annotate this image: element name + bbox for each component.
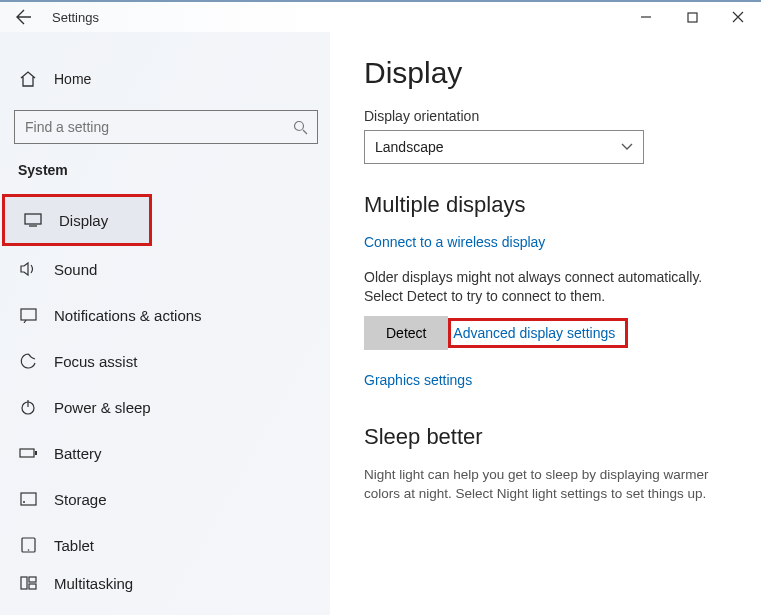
focus-assist-icon <box>18 351 38 371</box>
home-label: Home <box>54 71 91 87</box>
sidebar-item-storage[interactable]: Storage <box>0 476 330 522</box>
sidebar-item-label: Focus assist <box>54 353 137 370</box>
multiple-displays-heading: Multiple displays <box>364 192 747 218</box>
svg-rect-6 <box>21 309 36 320</box>
section-label: System <box>0 162 330 178</box>
sidebar-item-focus-assist[interactable]: Focus assist <box>0 338 330 384</box>
arrow-left-icon <box>16 9 32 25</box>
sidebar-item-notifications[interactable]: Notifications & actions <box>0 292 330 338</box>
window-title: Settings <box>52 10 99 25</box>
highlight-display: Display <box>2 194 152 246</box>
svg-point-2 <box>294 121 303 130</box>
notifications-icon <box>18 305 38 325</box>
power-icon <box>18 397 38 417</box>
sidebar-item-tablet[interactable]: Tablet <box>0 522 330 568</box>
sidebar-item-power-sleep[interactable]: Power & sleep <box>0 384 330 430</box>
svg-rect-9 <box>20 449 34 457</box>
graphics-settings-link[interactable]: Graphics settings <box>364 372 747 388</box>
svg-point-14 <box>27 549 29 551</box>
minimize-icon <box>640 11 652 23</box>
sound-icon <box>18 259 38 279</box>
sidebar-item-label: Display <box>59 212 108 229</box>
svg-rect-4 <box>25 214 41 224</box>
sidebar-item-battery[interactable]: Battery <box>0 430 330 476</box>
svg-rect-16 <box>29 577 36 582</box>
svg-rect-1 <box>688 13 697 22</box>
sleep-description: Night light can help you get to sleep by… <box>364 466 734 504</box>
minimize-button[interactable] <box>623 2 669 32</box>
sidebar-item-label: Notifications & actions <box>54 307 202 324</box>
sidebar-item-label: Storage <box>54 491 107 508</box>
search-field[interactable] <box>15 119 283 135</box>
display-icon <box>23 210 43 230</box>
detect-description: Older displays might not always connect … <box>364 268 734 306</box>
sidebar-item-display[interactable]: Display <box>5 197 149 243</box>
svg-rect-11 <box>21 493 36 505</box>
back-button[interactable] <box>8 2 40 32</box>
orientation-label: Display orientation <box>364 108 747 124</box>
sidebar: Home System Display <box>0 32 330 615</box>
chevron-down-icon <box>621 143 633 151</box>
orientation-value: Landscape <box>375 139 444 155</box>
titlebar: Settings <box>0 2 761 32</box>
svg-line-3 <box>303 130 307 134</box>
sidebar-item-sound[interactable]: Sound <box>0 246 330 292</box>
svg-rect-15 <box>21 577 27 589</box>
highlight-advanced: Advanced display settings <box>448 318 628 348</box>
tablet-icon <box>18 535 38 555</box>
sidebar-item-multitasking[interactable]: Multitasking <box>0 568 330 598</box>
sidebar-item-label: Power & sleep <box>54 399 151 416</box>
advanced-display-link[interactable]: Advanced display settings <box>453 325 615 341</box>
multitasking-icon <box>18 573 38 593</box>
wireless-display-link[interactable]: Connect to a wireless display <box>364 234 545 250</box>
detect-button[interactable]: Detect <box>364 316 448 350</box>
search-input[interactable] <box>14 110 318 144</box>
orientation-dropdown[interactable]: Landscape <box>364 130 644 164</box>
sleep-better-heading: Sleep better <box>364 424 747 450</box>
sidebar-item-label: Sound <box>54 261 97 278</box>
maximize-icon <box>687 12 698 23</box>
home-nav[interactable]: Home <box>0 56 330 102</box>
main-content: Display Display orientation Landscape Mu… <box>330 32 761 615</box>
battery-icon <box>18 443 38 463</box>
sidebar-item-label: Tablet <box>54 537 94 554</box>
svg-rect-17 <box>29 584 36 589</box>
close-icon <box>732 11 744 23</box>
sidebar-item-label: Battery <box>54 445 102 462</box>
search-icon <box>283 120 317 135</box>
home-icon <box>18 69 38 89</box>
svg-point-12 <box>23 501 25 503</box>
maximize-button[interactable] <box>669 2 715 32</box>
sidebar-item-label: Multitasking <box>54 575 133 592</box>
page-title: Display <box>364 56 747 90</box>
storage-icon <box>18 489 38 509</box>
svg-rect-10 <box>35 451 37 455</box>
close-button[interactable] <box>715 2 761 32</box>
